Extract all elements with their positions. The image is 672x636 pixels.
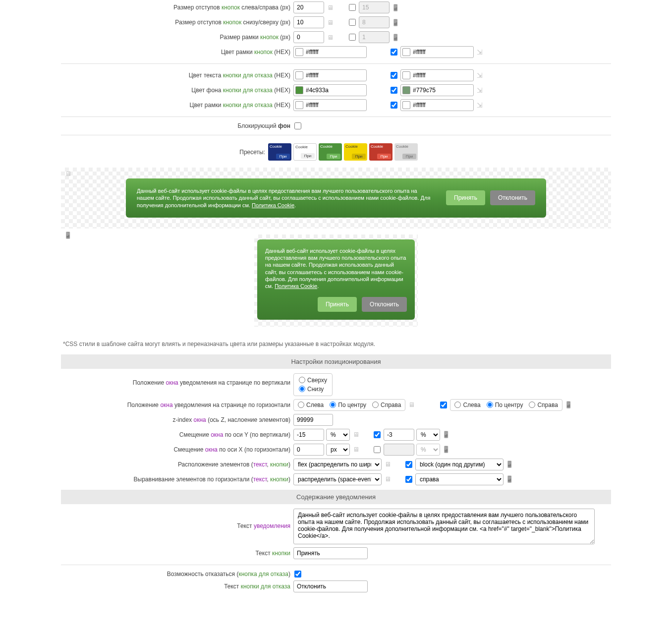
checkbox-layout-mobile[interactable] [405,461,412,468]
cookie-banner-mobile: Данный веб-сайт использует cookie-файлы … [257,239,415,320]
row-presets: Пресеты: CookieПри CookieПри CookieПри C… [61,139,611,165]
label-padding-lr: Размер отступов кнопок слева/справа (px) [61,4,293,11]
monitor-icon [384,475,392,483]
input-border-size-mobile [359,31,390,43]
swatch-decline-bg [295,86,303,94]
input-decline-text[interactable] [293,69,367,81]
label-border-color: Цвет рамки кнопок (HEX) [61,49,293,56]
row-decline-border: Цвет рамки кнопки для отказа (HEX) ⇲ [61,98,611,113]
label-notification-text: Текст уведомления [61,509,293,529]
checkbox-border-color-mobile[interactable] [391,49,397,56]
select-align[interactable]: распределить (space-evenly) [293,473,382,485]
cookie-text: Данный веб-сайт использует cookie-файлы … [137,187,431,209]
radio-right[interactable] [372,402,379,408]
input-button-text[interactable] [293,547,368,559]
mobile-icon [392,18,399,26]
row-decline-text: Цвет текста кнопки для отказа (HEX) ⇲ [61,68,611,83]
checkbox-decline-text-mobile[interactable] [391,72,397,79]
radio-group-horizontal: Слева По центру Справа [293,399,405,411]
select-offset-x-unit[interactable]: px [326,444,350,456]
preset-2[interactable]: CookieПри [293,143,317,161]
input-offset-y[interactable] [293,429,324,441]
accept-button[interactable]: Принять [446,190,485,205]
label-align: Выравнивание элементов по горизонтали (т… [61,476,293,483]
preset-5[interactable]: CookieПри [369,143,392,161]
row-blocking-bg: Блокирующий фон [61,121,611,131]
input-offset-y-mobile[interactable] [384,429,414,441]
textarea-notification-text[interactable] [293,509,595,544]
preset-4[interactable]: CookieПри [344,143,367,161]
swatch-border-color [295,48,303,56]
select-layout-mobile[interactable]: block (один под другим) [415,459,504,470]
input-decline-text-mobile[interactable] [400,69,474,81]
input-decline-bg[interactable] [293,84,367,96]
radio-right-mobile[interactable] [529,402,535,408]
checkbox-decline-bg-mobile[interactable] [391,87,397,94]
mobile-icon [442,431,450,439]
input-decline-button-text[interactable] [293,580,368,592]
radio-top[interactable] [299,377,305,383]
mobile-icon [442,446,450,454]
input-border-size[interactable] [293,31,324,43]
input-padding-tb[interactable] [293,16,324,28]
checkbox-blocking-bg[interactable] [294,122,301,129]
radio-left[interactable] [298,402,304,408]
checkbox-hpos-mobile[interactable] [440,402,447,408]
label-decline-text: Цвет текста кнопки для отказа (HEX) [61,72,293,79]
select-layout[interactable]: flex (распределить по ширине) [293,459,382,470]
select-offset-y-unit-mobile[interactable]: % [416,429,440,441]
copy-icon[interactable]: ⇲ [476,86,484,94]
monitor-icon [352,431,360,439]
cookie-policy-link[interactable]: Политика Cookie [252,202,294,208]
checkbox-padding-tb-mobile[interactable] [349,19,356,26]
checkbox-offset-y-mobile[interactable] [374,431,381,438]
checkbox-border-size-mobile[interactable] [349,34,356,41]
row-pos-vertical: Положение окна уведомления на странице п… [61,372,611,398]
input-decline-border[interactable] [293,99,367,111]
row-layout: Расположение элементов (текст, кнопки) f… [61,457,611,472]
radio-bottom[interactable] [299,386,305,392]
checkbox-decline-border-mobile[interactable] [391,102,397,109]
mobile-icon [64,231,72,239]
label-layout: Расположение элементов (текст, кнопки) [61,461,293,468]
accept-button-mobile[interactable]: Принять [318,297,357,312]
copy-icon[interactable]: ⇲ [476,101,484,109]
row-offset-x: Смещение окна по оси X (по горизонтали) … [61,442,611,457]
radio-left-mobile[interactable] [454,402,461,408]
monitor-icon [352,446,360,454]
preset-6[interactable]: CookieПри [394,143,418,161]
swatch-decline-text-mobile [402,71,410,79]
input-offset-x[interactable] [293,444,324,456]
decline-button-mobile[interactable]: Отклонить [362,297,407,312]
input-padding-tb-mobile [359,16,390,28]
preset-3[interactable]: CookieПри [319,143,342,161]
input-padding-lr[interactable] [293,1,324,13]
mobile-icon [392,33,399,41]
input-border-color-mobile[interactable] [400,46,474,58]
copy-icon[interactable]: ⇲ [476,48,484,56]
label-offset-x: Смещение окна по оси X (по горизонтали) [61,446,293,453]
input-decline-border-mobile[interactable] [400,99,474,111]
row-border-color: Цвет рамки кнопок (HEX) ⇲ [61,45,611,59]
section-content: Содержание уведомления [61,490,611,504]
label-border-size: Размер рамки кнопок (px) [61,34,293,41]
checkbox-align-mobile[interactable] [405,476,412,483]
radio-center-mobile[interactable] [487,402,493,408]
copy-icon[interactable]: ⇲ [476,71,484,79]
checkbox-decline-option[interactable] [294,571,301,578]
monitor-icon [384,461,392,468]
input-zindex[interactable] [293,414,333,426]
select-offset-y-unit[interactable]: % [326,429,350,441]
radio-center[interactable] [330,402,336,408]
label-decline-option: Возможность отказаться (кнопка для отказ… [61,571,293,578]
select-align-mobile[interactable]: справа [415,473,504,485]
input-border-color[interactable] [293,46,367,58]
input-decline-bg-mobile[interactable] [400,84,474,96]
cookie-policy-link-mobile[interactable]: Политика Cookie [275,283,317,289]
preview-desktop: Данный веб-сайт использует cookie-файлы … [61,168,611,229]
css-note: *CSS стили в шаблоне сайта могут влиять … [61,337,611,351]
decline-button[interactable]: Отклонить [490,190,535,205]
preset-1[interactable]: CookieПри [268,143,291,161]
checkbox-padding-lr-mobile[interactable] [349,4,356,11]
checkbox-offset-x-mobile[interactable] [374,446,381,453]
